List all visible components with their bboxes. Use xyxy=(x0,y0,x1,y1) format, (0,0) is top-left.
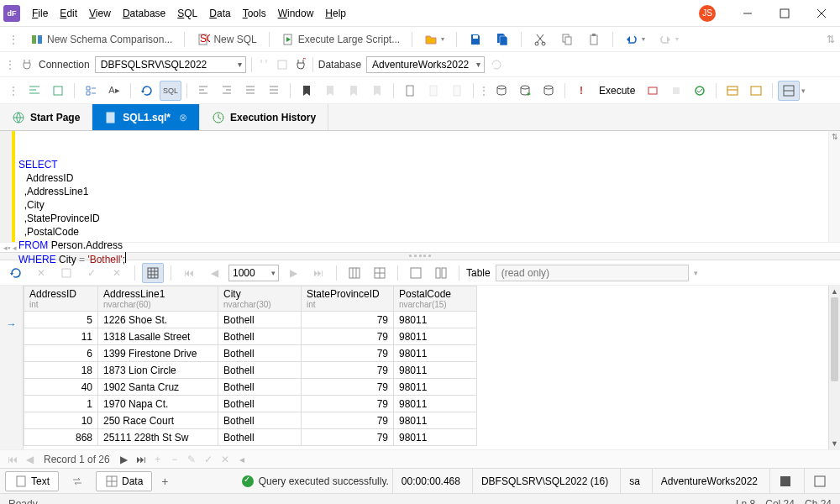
comment-icon[interactable] xyxy=(239,81,261,101)
execute-large-script-button[interactable]: Execute Large Script... xyxy=(276,30,405,49)
result-tab-data[interactable]: Data xyxy=(96,471,152,491)
bookmark-prev-icon[interactable] xyxy=(319,81,341,101)
splitter[interactable] xyxy=(0,252,840,260)
copy-button[interactable] xyxy=(555,30,579,49)
nav-next-icon[interactable]: ▶ xyxy=(117,454,132,465)
sql-editor[interactable]: SELECT AddressID ,AddressLine1 ,City ,St… xyxy=(0,131,840,242)
uncomment-icon[interactable] xyxy=(263,81,285,101)
menu-file[interactable]: File xyxy=(27,4,53,23)
new-sql-button[interactable]: SQL New SQL xyxy=(192,30,261,49)
result-tab-swap[interactable] xyxy=(62,472,92,491)
save-doc-icon[interactable] xyxy=(423,81,444,101)
undo-button[interactable]: ▾ xyxy=(620,30,650,49)
execute-step-icon[interactable] xyxy=(642,81,664,101)
view2-icon[interactable] xyxy=(369,263,391,283)
connection-combo[interactable]: DBFSQLSRV\SQL2022 xyxy=(95,56,246,73)
commit-icon[interactable] xyxy=(689,81,711,101)
grid-view-icon[interactable] xyxy=(722,81,743,101)
view4-icon[interactable] xyxy=(430,263,452,283)
result-tab-text[interactable]: Text xyxy=(5,471,59,491)
menu-sql[interactable]: SQL xyxy=(172,4,202,23)
nav-prev-icon: ◀ xyxy=(22,454,37,465)
menu-window[interactable]: Window xyxy=(273,4,319,23)
menu-view[interactable]: View xyxy=(84,4,116,23)
db-edit-icon[interactable] xyxy=(538,81,559,101)
new-connection-icon[interactable]: * xyxy=(294,58,307,71)
table-row[interactable]: 86825111 228th St SwBothell7998011 xyxy=(24,429,477,446)
close-tab-icon[interactable]: ⊗ xyxy=(179,112,187,123)
menu-database[interactable]: Database xyxy=(118,4,171,23)
menu-edit[interactable]: Edit xyxy=(55,4,82,23)
col-city[interactable]: Citynvarchar(30) xyxy=(218,286,302,312)
view1-icon[interactable] xyxy=(344,263,365,283)
table-row[interactable]: 111318 Lasalle StreetBothell7998011 xyxy=(24,328,477,345)
nav-last-icon[interactable]: ⏭ xyxy=(134,454,149,465)
exec-connection: DBFSQLSRV\SQL2022 (16) xyxy=(472,469,617,493)
tab-start-page[interactable]: Start Page xyxy=(0,104,92,130)
editor-hscroll[interactable]: ◂▪ ◂ xyxy=(0,242,840,252)
cut-button[interactable] xyxy=(528,30,552,49)
text-view-icon[interactable] xyxy=(745,81,767,101)
save-button[interactable] xyxy=(464,30,487,49)
bookmark-next-icon[interactable] xyxy=(343,81,365,101)
table-row[interactable]: 181873 Lion CircleBothell7998011 xyxy=(24,362,477,379)
bookmark-icon[interactable] xyxy=(296,81,318,101)
table-row[interactable]: 11970 Napa Ct.Bothell7998011 xyxy=(24,396,477,412)
minimap[interactable]: ⇅ xyxy=(828,131,840,242)
indent-left-icon[interactable] xyxy=(192,81,214,101)
outline-icon[interactable] xyxy=(80,81,102,101)
layout-toggle-2[interactable] xyxy=(804,469,835,493)
menu-tools[interactable]: Tools xyxy=(238,4,271,23)
execute-icon[interactable]: ! xyxy=(570,81,592,101)
table-row[interactable]: 401902 Santa CruzBothell7998011 xyxy=(24,379,477,396)
database-combo[interactable]: AdventureWorks2022 xyxy=(366,56,485,73)
indent-right-icon[interactable] xyxy=(216,81,238,101)
svg-rect-56 xyxy=(442,268,446,278)
redo-button[interactable]: ▾ xyxy=(654,30,684,49)
col-postalcode[interactable]: PostalCodenvarchar(15) xyxy=(394,286,477,312)
sql-mode-icon[interactable]: SQL xyxy=(160,81,181,101)
open-button[interactable]: ▾ xyxy=(419,30,449,49)
db-snippet-icon[interactable] xyxy=(491,81,512,101)
server-icon[interactable] xyxy=(276,58,289,71)
db-play-icon[interactable] xyxy=(514,81,536,101)
page-size-combo[interactable]: 1000 xyxy=(228,265,279,281)
user-badge[interactable]: JS xyxy=(699,5,716,22)
save-all-button[interactable] xyxy=(491,30,514,49)
col-stateprovinceid[interactable]: StateProvinceIDint xyxy=(302,286,394,312)
view3-icon[interactable] xyxy=(405,263,427,283)
maximize-button[interactable] xyxy=(769,3,800,24)
case-icon[interactable]: A▸ xyxy=(103,81,125,101)
results-pane-icon[interactable] xyxy=(778,81,800,101)
table-row[interactable]: 61399 Firestone DriveBothell7998011 xyxy=(24,345,477,362)
bookmark-clear-icon[interactable] xyxy=(366,81,388,101)
grid-mode-icon[interactable] xyxy=(142,263,164,283)
tab-sql-file[interactable]: SQL1.sql* ⊗ xyxy=(92,104,200,130)
disconnect-icon[interactable] xyxy=(257,58,270,71)
table-row[interactable]: 10250 Race CourtBothell7998011 xyxy=(24,412,477,429)
paste-button[interactable] xyxy=(582,30,606,49)
layout-toggle-1[interactable] xyxy=(769,469,801,493)
results-grid[interactable]: AddressIDintAddressLine1nvarchar(60)City… xyxy=(24,286,840,449)
svg-rect-31 xyxy=(673,87,680,94)
close-button[interactable] xyxy=(806,3,837,24)
refresh-db-icon[interactable] xyxy=(490,58,503,71)
menu-help[interactable]: Help xyxy=(320,4,351,23)
new-schema-comparison-button[interactable]: New Schema Comparison... xyxy=(25,30,177,49)
stop-icon[interactable] xyxy=(665,81,687,101)
format-icon[interactable] xyxy=(24,81,45,101)
tab-execution-history[interactable]: Execution History xyxy=(200,104,328,130)
refresh-icon[interactable] xyxy=(136,81,158,101)
new-doc-icon[interactable] xyxy=(399,81,421,101)
grid-vscroll[interactable]: ▲▼ xyxy=(828,286,840,449)
sql-file-icon xyxy=(104,111,118,124)
print-icon[interactable] xyxy=(446,81,468,101)
wrap-icon[interactable] xyxy=(47,81,69,101)
minimize-button[interactable] xyxy=(732,3,763,24)
menu-data[interactable]: Data xyxy=(204,4,235,23)
add-result-tab[interactable]: + xyxy=(155,475,174,488)
table-row[interactable]: 51226 Shoe St.Bothell7998011 xyxy=(24,312,477,328)
col-addressline1[interactable]: AddressLine1nvarchar(60) xyxy=(98,286,218,312)
execute-button[interactable]: Execute xyxy=(594,82,640,99)
col-addressid[interactable]: AddressIDint xyxy=(24,286,98,312)
